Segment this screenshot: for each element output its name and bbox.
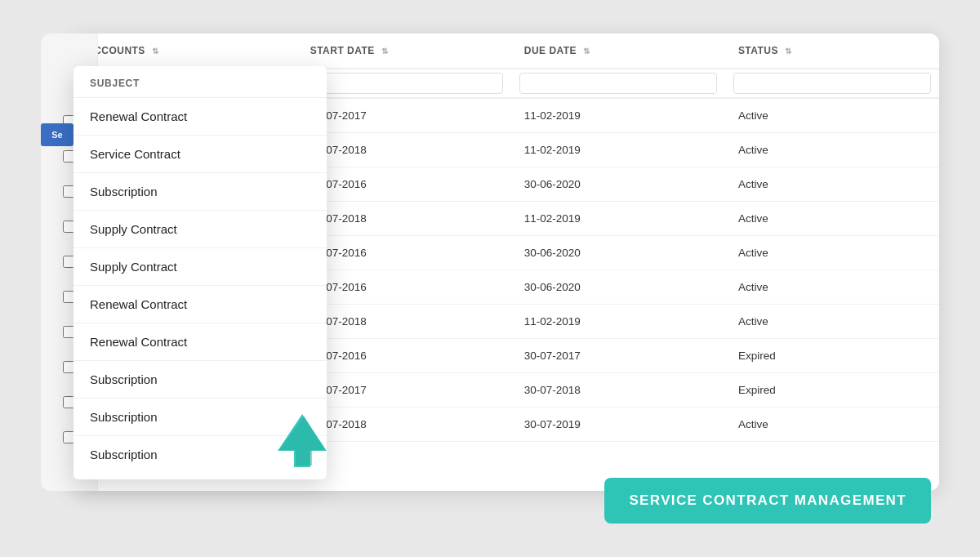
dropdown-item[interactable]: Subscription <box>74 173 327 211</box>
cell-status: Active <box>725 408 939 442</box>
col-due-date: DUE DATE ⇅ <box>511 33 725 69</box>
cell-due-date: 30-06-2020 <box>511 167 725 202</box>
filter-cell-status <box>725 69 939 98</box>
cell-status: Active <box>725 236 939 270</box>
cell-start-date: 31-07-2016 <box>297 236 511 270</box>
cell-due-date: 11-02-2019 <box>511 133 725 167</box>
service-badge: SERVICE CONTRACT MANAGEMENT <box>604 478 931 524</box>
sort-icon-due-date: ⇅ <box>583 47 590 56</box>
sort-icon-accounts: ⇅ <box>152 47 158 56</box>
search-button-partial[interactable]: Se <box>41 123 74 146</box>
cell-status: Expired <box>725 339 939 373</box>
cell-status: Active <box>725 270 939 305</box>
arrow-icon <box>270 406 335 471</box>
cell-status: Active <box>725 98 939 133</box>
col-status: STATUS ⇅ <box>725 33 939 69</box>
cell-status: Active <box>725 167 939 202</box>
filter-cell-start-date <box>297 69 511 98</box>
badge-label: SERVICE CONTRACT MANAGEMENT <box>629 492 906 508</box>
dropdown-item[interactable]: Renewal Contract <box>74 286 327 323</box>
filter-cell-due-date <box>511 69 725 98</box>
svg-marker-1 <box>279 416 325 466</box>
cell-start-date: 31-07-2017 <box>297 373 511 408</box>
dropdown-item[interactable]: Service Contract <box>74 136 327 173</box>
col-start-date: START DATE ⇅ <box>297 33 511 69</box>
dropdown-header: SUBJECT <box>74 66 327 98</box>
cell-due-date: 30-06-2020 <box>511 270 725 305</box>
cell-due-date: 11-02-2019 <box>511 305 725 339</box>
cell-start-date: 31-07-2018 <box>297 202 511 236</box>
cell-due-date: 30-06-2020 <box>511 236 725 270</box>
cell-status: Active <box>725 202 939 236</box>
cell-due-date: 30-07-2018 <box>511 373 725 408</box>
cell-start-date: 31-07-2018 <box>297 305 511 339</box>
dropdown-item[interactable]: Subscription <box>74 361 327 399</box>
cell-status: Active <box>725 305 939 339</box>
cell-due-date: 11-02-2019 <box>511 202 725 236</box>
cell-start-date: 31-07-2017 <box>297 98 511 133</box>
cell-status: Expired <box>725 373 939 408</box>
dropdown-item[interactable]: Renewal Contract <box>74 323 327 361</box>
cell-due-date: 30-07-2019 <box>511 408 725 442</box>
filter-due-date-input[interactable] <box>519 73 717 94</box>
table-header-row: ACCOUNTS ⇅ START DATE ⇅ DUE DATE ⇅ STATU… <box>74 33 939 69</box>
filter-status-input[interactable] <box>733 73 931 94</box>
dropdown-item[interactable]: Supply Contract <box>74 248 327 286</box>
cell-start-date: 31-07-2016 <box>297 167 511 202</box>
filter-start-date-input[interactable] <box>305 73 503 94</box>
search-btn-label: Se <box>51 130 62 140</box>
sort-icon-status: ⇅ <box>785 47 791 56</box>
cell-start-date: 31-07-2016 <box>297 339 511 373</box>
col-accounts: ACCOUNTS ⇅ <box>74 33 297 69</box>
cell-start-date: 31-07-2018 <box>297 133 511 167</box>
cell-status: Active <box>725 133 939 167</box>
sort-icon-start-date: ⇅ <box>381 47 388 56</box>
cell-due-date: 30-07-2017 <box>511 339 725 373</box>
cell-start-date: 31-07-2016 <box>297 270 511 305</box>
dropdown-item[interactable]: Renewal Contract <box>74 98 327 136</box>
dropdown-item[interactable]: Supply Contract <box>74 211 327 248</box>
arrow-icon-wrapper <box>270 406 335 475</box>
cell-due-date: 11-02-2019 <box>511 98 725 133</box>
